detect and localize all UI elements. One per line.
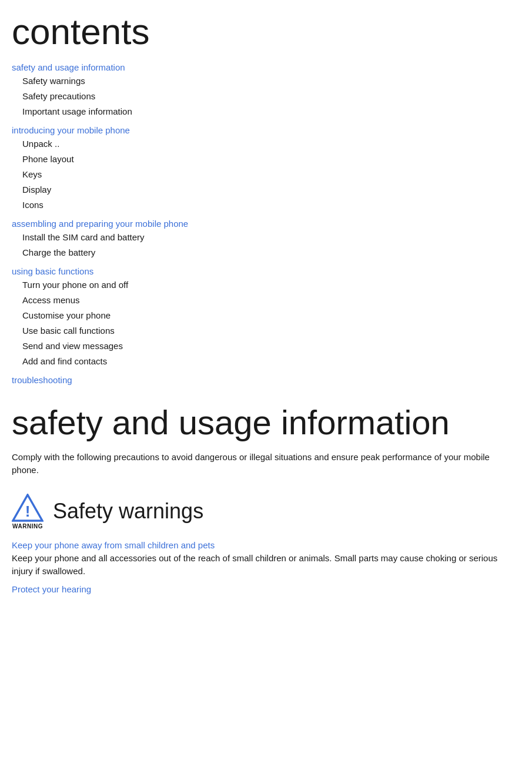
toc-item[interactable]: Safety warnings: [12, 73, 514, 89]
toc-item[interactable]: Phone layout: [12, 152, 514, 167]
page-title: contents: [12, 12, 514, 52]
warning-label: WARNING: [12, 523, 43, 530]
toc-item[interactable]: Send and view messages: [12, 339, 514, 354]
toc-section-safety: safety and usage information Safety warn…: [12, 62, 514, 119]
warning-title: Safety warnings: [53, 499, 203, 524]
toc-section-header-intro[interactable]: introducing your mobile phone: [12, 125, 514, 135]
toc-item[interactable]: Icons: [12, 197, 514, 213]
warning-icon-container: ! WARNING: [12, 494, 44, 530]
warning-triangle-icon: !: [12, 494, 44, 522]
toc-item[interactable]: Safety precautions: [12, 89, 514, 104]
toc-item[interactable]: Unpack ..: [12, 136, 514, 152]
toc-section-intro: introducing your mobile phone Unpack .. …: [12, 125, 514, 213]
table-of-contents: safety and usage information Safety warn…: [12, 62, 514, 385]
section-description: Comply with the following precautions to…: [12, 451, 514, 477]
toc-section-header-troubleshooting[interactable]: troubleshooting: [12, 375, 514, 385]
toc-section-basic-functions: using basic functions Turn your phone on…: [12, 266, 514, 369]
toc-item[interactable]: Display: [12, 182, 514, 197]
toc-item[interactable]: Access menus: [12, 293, 514, 308]
toc-item[interactable]: Use basic call functions: [12, 323, 514, 339]
toc-item[interactable]: Customise your phone: [12, 308, 514, 323]
toc-section-troubleshooting: troubleshooting: [12, 375, 514, 385]
toc-item[interactable]: Install the SIM card and battery: [12, 230, 514, 245]
subsection-header-hearing: Protect your hearing: [12, 584, 514, 594]
toc-section-header-basic[interactable]: using basic functions: [12, 266, 514, 276]
svg-text:!: !: [25, 502, 31, 520]
toc-item[interactable]: Charge the battery: [12, 245, 514, 260]
warning-block: ! WARNING Safety warnings: [12, 494, 514, 530]
toc-section-assembling: assembling and preparing your mobile pho…: [12, 219, 514, 260]
toc-item[interactable]: Turn your phone on and off: [12, 277, 514, 293]
section-title-large: safety and usage information: [12, 404, 514, 441]
subsection-header-children: Keep your phone away from small children…: [12, 540, 514, 550]
toc-section-header-assembling[interactable]: assembling and preparing your mobile pho…: [12, 219, 514, 229]
toc-section-header-safety[interactable]: safety and usage information: [12, 62, 514, 72]
subsection-body-children: Keep your phone and all accessories out …: [12, 552, 514, 578]
toc-item[interactable]: Keys: [12, 167, 514, 182]
toc-item[interactable]: Important usage information: [12, 104, 514, 119]
toc-item[interactable]: Add and find contacts: [12, 354, 514, 369]
